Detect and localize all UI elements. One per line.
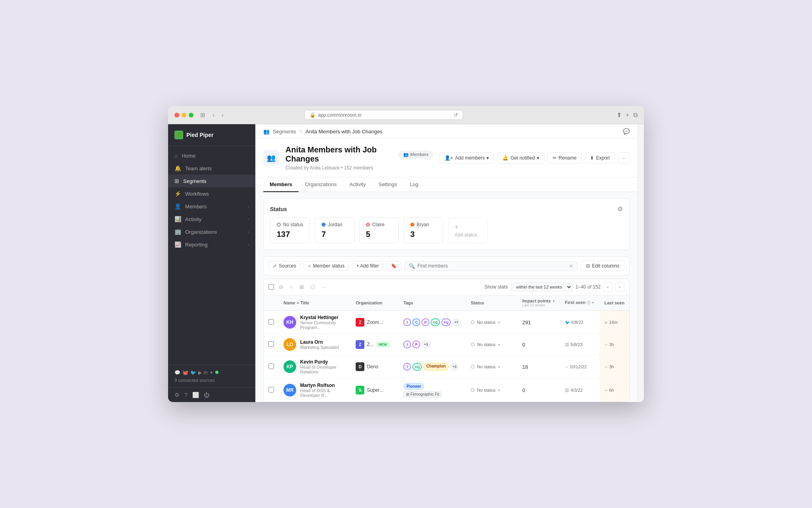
col-header-name[interactable]: Name + Title [279,295,351,311]
tag-p-1[interactable]: P [421,318,429,326]
status-card-add[interactable]: + Add status [448,217,488,243]
tab-members[interactable]: Members [263,177,299,192]
sidebar-item-team-alerts[interactable]: 🔔 Team alerts [168,162,255,175]
select-all-checkbox[interactable] [268,284,274,290]
share-workspace-button[interactable]: ⬜ [192,392,199,398]
prev-page-button[interactable]: ‹ [603,282,613,292]
sidebar-item-reporting[interactable]: 📈 Reporting › [168,238,255,251]
member-info-1[interactable]: KH Krystal Hettinger Senior Community Pr… [283,315,346,330]
sidebar-item-home[interactable]: ⌂ Home [168,149,255,162]
tag-i-3[interactable]: I [403,363,411,371]
reload-button[interactable]: ↺ [454,112,458,118]
more-row-button[interactable]: ··· [320,283,328,291]
sidebar-item-segments[interactable]: ⊞ Segments [168,175,255,187]
status-card-no-status[interactable]: No status 137 [270,217,310,243]
sidebar-item-workflows[interactable]: ⚡ Workflows [168,187,255,200]
tab-log[interactable]: Log [403,177,425,192]
get-notified-button[interactable]: 🔔 Get notified ▾ [497,152,544,164]
col-header-impact[interactable]: Impact points ▼ Last 12 weeks [517,295,560,311]
address-bar[interactable]: 🔒 app.commonroom.io ↺ [304,110,463,120]
more-options-button[interactable]: ··· [618,152,630,164]
search-input[interactable] [417,263,567,269]
add-filter-label: + Add filter [356,263,379,269]
org-info-1[interactable]: Z Zoom... [356,318,394,327]
sources-filter-button[interactable]: ⤢ Sources [268,261,301,271]
share-button[interactable]: ⬆ [617,111,622,119]
tab-settings[interactable]: Settings [372,177,403,192]
tag-more-2[interactable]: +3 [421,341,430,348]
maximize-button[interactable] [189,113,193,117]
row-checkbox-2[interactable] [268,341,274,347]
sidebar-logo[interactable]: 🌿 Pied Piper [168,124,255,146]
grid-button[interactable]: ⊞ [298,283,306,291]
tag-i-1[interactable]: I [403,318,411,326]
row-checkbox-1[interactable] [268,319,274,325]
tag-pioneer-4[interactable]: Pioneer [403,383,424,390]
next-page-button[interactable]: › [615,282,624,292]
sidebar-toggle-button[interactable]: ⊞ [198,111,207,119]
status-settings-button[interactable]: ⚙ [617,205,623,213]
tag-cq-1[interactable]: CQ [431,318,440,326]
status-card-claire[interactable]: Claire 5 [359,217,399,243]
chat-button[interactable]: 💬 [623,128,630,135]
sidebar-item-organizations[interactable]: 🏢 Organizations › [168,225,255,238]
tag-i-2[interactable]: I [403,341,411,348]
tab-organizations[interactable]: Organizations [299,177,343,192]
tag-firmographic-4[interactable]: ⊞ Firmographic Fit [403,391,442,398]
row-checkbox-4[interactable] [268,387,274,393]
member-info-2[interactable]: LO Laura Orn Marketing Specialist [283,338,346,351]
status-dropdown-2[interactable]: ▾ [498,343,500,347]
sidebar-item-activity[interactable]: 📊 Activity › [168,213,255,225]
circle-button[interactable]: ○ [288,283,295,291]
tags-cell-3: I CQ Champion +3 [398,355,466,379]
status-card-jordan[interactable]: Jordan 7 [315,217,354,243]
add-members-button[interactable]: 👤+ Add members ▾ [439,152,494,164]
forward-button[interactable]: › [220,111,226,119]
first-seen-date-2: 5/8/23 [571,342,583,347]
minus-icon-button[interactable]: ⊖ [277,283,285,291]
sidebar-item-members[interactable]: 👤 Members › [168,200,255,213]
tag-champion-3[interactable]: Champion [423,363,449,371]
status-dropdown-3[interactable]: ▾ [498,365,500,369]
col-header-org[interactable]: Organization [351,295,398,311]
row-checkbox-3[interactable] [268,364,274,369]
status-card-bryan[interactable]: Bryan 3 [404,217,443,243]
tag-more-1[interactable]: +7 [452,318,461,326]
edit-columns-button[interactable]: ⊟ Edit columns [581,261,624,271]
stats-range-select[interactable]: within the last 12 weeks [511,283,573,291]
org-info-3[interactable]: D Deno [356,362,394,371]
tag-more-3[interactable]: +3 [450,363,459,371]
settings-button[interactable]: ⚙ [174,392,180,398]
minimize-button[interactable] [182,113,186,117]
help-button[interactable]: ? [184,392,188,398]
org-info-2[interactable]: Z Z... NEW [356,340,394,349]
breadcrumb-parent[interactable]: Segments [273,129,296,135]
tag-p-2[interactable]: P [412,341,420,348]
status-dropdown-4[interactable]: ▾ [498,388,500,393]
member-info-4[interactable]: MR Martyn Rolfson Head of OSS & Develope… [283,383,346,398]
tabs-button[interactable]: ⧉ [633,112,638,119]
status-dropdown-1[interactable]: ▾ [498,320,500,325]
member-info-3[interactable]: KP Kevin Purdy Head of Developer Relatio… [283,359,346,374]
col-header-first-seen[interactable]: First seen ⓘ ▼ [560,295,599,311]
logout-button[interactable]: ⏻ [204,392,209,398]
tag-button[interactable]: ⬡ [309,283,317,291]
bookmark-filter-button[interactable]: 🔖 [387,261,401,271]
tag-pq-1[interactable]: PQ [441,318,451,326]
tag-cq-3[interactable]: CQ [412,363,422,371]
clear-search-button[interactable]: ✕ [569,263,573,269]
tag-c-1[interactable]: C [412,318,420,326]
org-info-4[interactable]: S Super... [356,386,394,394]
tab-activity[interactable]: Activity [343,177,372,192]
export-button[interactable]: ⬇ Export [585,152,615,164]
col-header-last-seen[interactable]: Last seen [599,295,629,311]
back-button[interactable]: ‹ [211,111,216,119]
rename-button[interactable]: ✏ Rename [548,152,582,164]
member-status-filter-button[interactable]: ○ Member status [304,261,349,271]
discord-icon: 💬 [174,370,180,375]
close-button[interactable] [174,113,179,117]
add-filter-button[interactable]: + Add filter [352,261,383,271]
col-header-status[interactable]: Status [466,295,517,311]
new-tab-button[interactable]: + [626,112,629,119]
col-header-tags[interactable]: Tags [398,295,466,311]
